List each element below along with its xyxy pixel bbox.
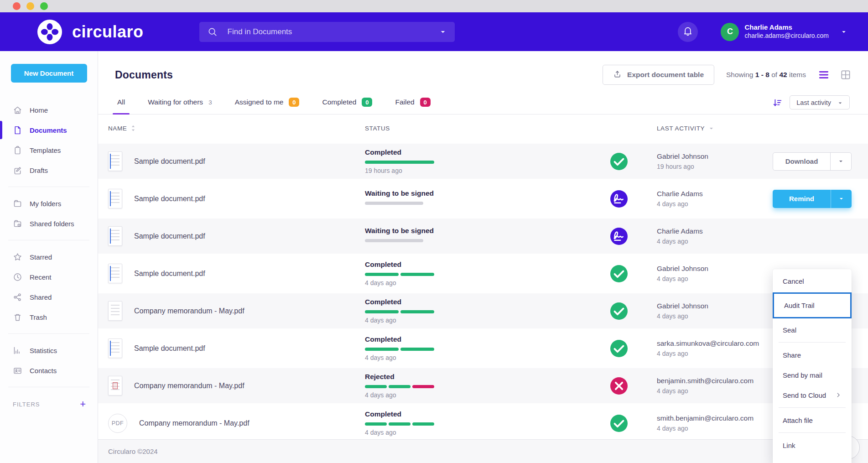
sidebar-item-label: Home — [30, 106, 48, 114]
progress-segment-gray — [365, 239, 423, 242]
sort-by-dropdown[interactable]: Last activity — [790, 95, 850, 109]
table-row[interactable]: PDF Company memorandum - May.pdf Complet… — [98, 406, 868, 439]
share-icon — [13, 292, 22, 302]
sidebar-item-contacts[interactable]: Contacts — [0, 360, 98, 380]
search-input[interactable] — [228, 27, 429, 36]
table-row[interactable]: Sample document.pdf Completed 4 days ago… — [98, 256, 868, 291]
tab-label: Completed — [322, 98, 356, 106]
table-row[interactable]: Sample document.pdf Completed 4 days ago… — [98, 331, 868, 366]
grid-view-icon[interactable] — [840, 69, 852, 81]
download-split-button[interactable]: Download — [773, 152, 852, 171]
last-activity-time: 4 days ago — [657, 312, 772, 320]
column-header-name[interactable]: NAME — [108, 125, 365, 132]
sidebar-item-statistics[interactable]: Statistics — [0, 340, 98, 360]
document-name[interactable]: Sample document.pdf — [134, 157, 205, 166]
user-menu[interactable]: C Charlie Adams charlie.adams@circularo.… — [721, 23, 847, 41]
column-header-last-activity[interactable]: LAST ACTIVITY — [637, 125, 772, 132]
document-name[interactable]: Company memorandum - May.pdf — [139, 419, 249, 427]
last-activity-time: 19 hours ago — [657, 163, 772, 170]
tab-waiting-for-others[interactable]: Waiting for others3 — [147, 93, 213, 114]
search-scope-chevron-down-icon[interactable] — [439, 28, 447, 36]
sidebar-item-my-folders[interactable]: My folders — [0, 193, 98, 213]
last-activity-actor: Gabriel Johnson — [657, 265, 772, 273]
table-row[interactable]: Sample document.pdf Waiting to be signed… — [98, 181, 868, 216]
menu-item-share[interactable]: Share — [773, 345, 852, 365]
progress-bar — [365, 273, 434, 276]
sidebar-item-label: Templates — [30, 146, 61, 154]
last-activity-actor: smith.benjamin@circularo.com — [657, 414, 772, 422]
tab-assigned-to-me[interactable]: Assigned to me0 — [234, 93, 301, 114]
doc-thumbnail-blue — [108, 264, 122, 283]
check-circle-icon — [610, 302, 628, 320]
minimize-window-button[interactable] — [26, 2, 34, 10]
zoom-window-button[interactable] — [40, 2, 48, 10]
sidebar-item-starred[interactable]: Starred — [0, 247, 98, 267]
last-activity-time: 4 days ago — [657, 238, 772, 245]
list-view-icon[interactable] — [818, 69, 830, 81]
export-document-table-button[interactable]: Export document table — [603, 65, 714, 85]
menu-item-send-by-mail[interactable]: Send by mail — [773, 365, 852, 385]
document-name[interactable]: Company memorandum - May.pdf — [134, 307, 244, 315]
sidebar-item-label: Drafts — [30, 166, 48, 174]
new-document-button[interactable]: New Document — [11, 64, 87, 83]
remind-split-button[interactable]: Remind — [773, 190, 852, 208]
table-row[interactable]: Sample document.pdf Completed 19 hours a… — [98, 144, 868, 179]
remind-dropdown-toggle[interactable] — [831, 190, 852, 208]
document-name[interactable]: Company memorandum - May.pdf — [134, 382, 244, 390]
menu-item-link[interactable]: Link — [773, 435, 852, 455]
tab-label: Assigned to me — [235, 98, 284, 106]
chevron-down-icon — [838, 158, 844, 164]
download-button[interactable]: Download — [773, 153, 830, 170]
menu-item-label: Link — [783, 442, 795, 449]
add-filter-plus-icon[interactable]: + — [80, 399, 86, 409]
menu-divider — [779, 407, 846, 408]
tab-failed[interactable]: Failed0 — [394, 93, 431, 114]
filters-section: FILTERS + — [0, 391, 98, 409]
document-name[interactable]: Sample document.pdf — [134, 195, 205, 203]
sort-descending-icon[interactable] — [772, 98, 782, 108]
sidebar-item-shared[interactable]: Shared — [0, 287, 98, 307]
page-title: Documents — [108, 69, 173, 81]
pdf-circle-badge: PDF — [108, 414, 127, 433]
menu-item-send-to-cloud[interactable]: Send to Cloud — [773, 385, 852, 405]
user-menu-chevron-down-icon — [841, 29, 847, 35]
menu-item-audit-trail[interactable]: Audit Trail — [773, 292, 852, 318]
download-dropdown-toggle[interactable] — [830, 153, 851, 170]
tab-all[interactable]: All — [116, 93, 126, 114]
table-row[interactable]: Company memorandum - May.pdf Rejected 4 … — [98, 368, 868, 403]
sidebar-item-templates[interactable]: Templates — [0, 140, 98, 160]
sidebar-item-documents[interactable]: Documents — [0, 120, 98, 140]
progress-segment-green — [389, 422, 411, 426]
copyright-text: Circularo ©2024 — [108, 447, 158, 455]
last-activity-actor: sarka.simunkova@circularo.com — [657, 339, 772, 348]
menu-item-seal[interactable]: Seal — [773, 320, 852, 340]
sidebar-item-shared-folders[interactable]: Shared folders — [0, 213, 98, 234]
notifications-button[interactable] — [678, 22, 698, 42]
close-window-button[interactable] — [13, 2, 21, 10]
trash-icon — [13, 312, 22, 322]
menu-item-attach-file[interactable]: Attach file — [773, 410, 852, 430]
tab-completed[interactable]: Completed0 — [321, 93, 373, 114]
sidebar-item-drafts[interactable]: Drafts — [0, 160, 98, 180]
remind-button[interactable]: Remind — [773, 190, 831, 208]
table-row[interactable]: Company memorandum - May.pdf Completed 4… — [98, 293, 868, 328]
document-name[interactable]: Sample document.pdf — [134, 270, 205, 278]
status-label: Completed — [365, 410, 566, 418]
status-label: Completed — [365, 335, 566, 343]
showing-count: Showing 1 - 8 of 42 items — [726, 71, 806, 79]
menu-item-cancel[interactable]: Cancel — [773, 271, 852, 291]
sidebar-item-trash[interactable]: Trash — [0, 307, 98, 327]
sidebar-item-recent[interactable]: Recent — [0, 267, 98, 287]
sidebar-item-home[interactable]: Home — [0, 100, 98, 120]
progress-segment-gray — [365, 202, 423, 205]
app-logo[interactable]: circularo — [35, 17, 144, 47]
tabs: AllWaiting for others3Assigned to me0Com… — [116, 93, 431, 114]
table-row[interactable]: Sample document.pdf Waiting to be signed… — [98, 218, 868, 254]
last-activity-time: 4 days ago — [657, 387, 772, 395]
document-name[interactable]: Sample document.pdf — [134, 232, 205, 240]
sidebar-nav: HomeDocumentsTemplatesDraftsMy foldersSh… — [0, 97, 98, 387]
column-header-status[interactable]: STATUS — [365, 125, 566, 132]
document-name[interactable]: Sample document.pdf — [134, 344, 205, 353]
menu-item-add-to-starred[interactable]: Add to Starred — [773, 455, 852, 463]
contacts-icon — [13, 366, 22, 375]
